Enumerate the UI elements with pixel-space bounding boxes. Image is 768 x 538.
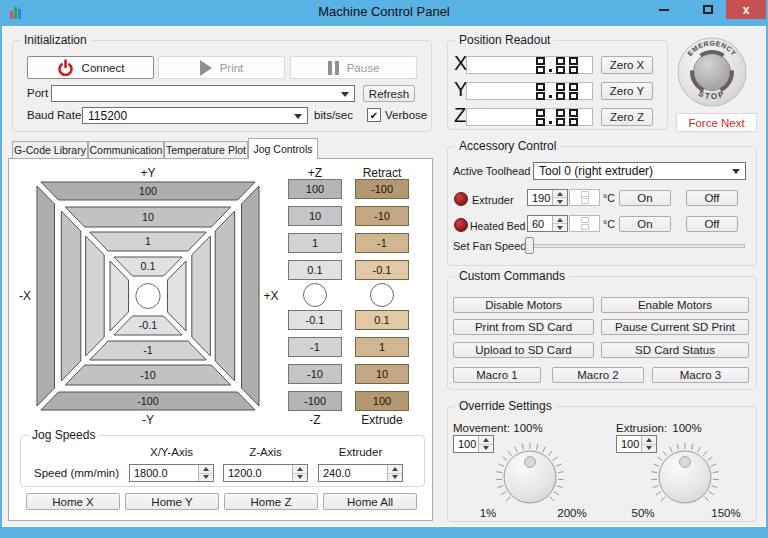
knob-tick: [548, 451, 552, 456]
tab-communication[interactable]: Communication: [88, 141, 164, 158]
print-button[interactable]: Print: [158, 56, 285, 79]
spinner-buttons[interactable]: [552, 190, 567, 205]
heated-bed-off-button[interactable]: Off: [686, 216, 738, 232]
jog-x-neg10[interactable]: [61, 211, 80, 381]
refresh-button[interactable]: Refresh: [363, 85, 415, 102]
fan-speed-slider-track[interactable]: [524, 244, 745, 248]
jog-z-01[interactable]: 0.1: [288, 260, 342, 280]
connect-button[interactable]: Connect: [27, 56, 154, 79]
zero-x-button[interactable]: Zero X: [601, 56, 653, 74]
spinner-down-button[interactable]: [553, 198, 567, 205]
heated-bed-on-button[interactable]: On: [619, 216, 671, 232]
zero-z-button[interactable]: Zero Z: [601, 108, 653, 126]
tab-gcode-library[interactable]: G-Code Library: [12, 141, 88, 158]
minimize-button[interactable]: [648, 0, 680, 19]
disable-motors-button[interactable]: Disable Motors: [453, 297, 594, 313]
jog-z-center[interactable]: [303, 283, 327, 307]
extruder-temp-spinbox[interactable]: 190: [527, 189, 568, 206]
jog-e-center[interactable]: [370, 283, 394, 307]
home-x-button[interactable]: Home X: [26, 493, 120, 510]
print-from-sd-button[interactable]: Print from SD Card: [453, 319, 594, 335]
close-button[interactable]: x: [726, 0, 766, 19]
movement-knob[interactable]: [485, 437, 575, 517]
jog-z-100[interactable]: 100: [288, 179, 342, 199]
baud-rate-combobox[interactable]: 115200: [82, 107, 308, 124]
extrusion-knob[interactable]: [640, 437, 730, 517]
macro-1-button[interactable]: Macro 1: [453, 367, 541, 383]
jog-e-neg1[interactable]: -1: [355, 233, 409, 253]
fan-speed-slider-handle[interactable]: [525, 237, 534, 254]
knob-tick: [556, 464, 562, 466]
knob-tick: [537, 444, 538, 450]
home-all-button[interactable]: Home All: [323, 493, 417, 510]
jog-x-1[interactable]: [192, 236, 211, 356]
jog-x-neg100[interactable]: [37, 186, 55, 406]
knob-tick: [705, 497, 709, 501]
jog-e-10[interactable]: 10: [355, 364, 409, 384]
home-y-button[interactable]: Home Y: [125, 493, 219, 510]
spinner-down-button[interactable]: [293, 474, 307, 482]
spinner-buttons[interactable]: [552, 216, 567, 231]
spinner-buttons[interactable]: [387, 465, 402, 481]
home-z-button[interactable]: Home Z: [224, 493, 318, 510]
spinner-buttons[interactable]: [198, 465, 213, 481]
jog-label: 1: [145, 235, 151, 247]
macro-3-button[interactable]: Macro 3: [652, 367, 749, 383]
maximize-button[interactable]: [692, 0, 724, 19]
jog-z-neg01[interactable]: -0.1: [288, 310, 342, 330]
tab-jog-controls[interactable]: Jog Controls: [248, 138, 318, 159]
force-next-button[interactable]: Force Next: [676, 113, 757, 132]
active-toolhead-combobox[interactable]: Tool 0 (right extruder): [533, 162, 746, 180]
spinner-down-button[interactable]: [388, 474, 402, 482]
spinner-up-button[interactable]: [199, 465, 213, 474]
knob-tick: [656, 492, 661, 495]
pause-sd-print-button[interactable]: Pause Current SD Print: [601, 319, 749, 335]
knob-tick: [653, 486, 659, 488]
extruder-speed-spinbox[interactable]: 240.0: [318, 464, 403, 482]
macro-2-button[interactable]: Macro 2: [552, 367, 644, 383]
extruder-on-button[interactable]: On: [619, 190, 671, 206]
jog-label: -0.1: [139, 319, 157, 331]
jog-e-1[interactable]: 1: [355, 337, 409, 357]
jog-e-100[interactable]: 100: [355, 391, 409, 411]
spinner-up-button[interactable]: [553, 190, 567, 198]
spinner-up-button[interactable]: [553, 216, 567, 224]
enable-motors-button[interactable]: Enable Motors: [601, 297, 749, 313]
spinner-up-button[interactable]: [293, 465, 307, 474]
spinner-buttons[interactable]: [292, 465, 307, 481]
jog-x-01[interactable]: [167, 261, 186, 331]
upload-to-sd-button[interactable]: Upload to SD Card: [453, 342, 594, 358]
jog-e-neg01[interactable]: -0.1: [355, 260, 409, 280]
spinner-down-button[interactable]: [199, 474, 213, 482]
jog-e-01[interactable]: 0.1: [355, 310, 409, 330]
spinner-up-button[interactable]: [388, 465, 402, 474]
jog-x-100[interactable]: [241, 186, 259, 406]
tab-temperature-plot[interactable]: Temperature Plot: [164, 141, 248, 158]
jog-z-neg1[interactable]: -1: [288, 337, 342, 357]
extruder-label: Extruder: [472, 194, 514, 206]
jog-z-neg10[interactable]: -10: [288, 364, 342, 384]
verbose-checkbox[interactable]: ✔: [367, 108, 381, 122]
jog-e-neg10[interactable]: -10: [355, 206, 409, 226]
emergency-stop-button[interactable]: EMERGENCY STOP: [676, 36, 748, 108]
extruder-off-button[interactable]: Off: [686, 190, 738, 206]
sd-card-status-button[interactable]: SD Card Status: [601, 342, 749, 358]
jog-x-neg1[interactable]: [86, 236, 105, 356]
heated-bed-temp-spinbox[interactable]: 60: [527, 215, 568, 232]
zero-y-button[interactable]: Zero Y: [601, 82, 653, 100]
jog-xy-center[interactable]: [136, 284, 160, 309]
spinner-down-button[interactable]: [553, 224, 567, 231]
jog-z-1[interactable]: 1: [288, 233, 342, 253]
jog-x-10[interactable]: [215, 211, 234, 381]
z-axis-label: Z: [454, 104, 466, 127]
checkmark-icon: ✔: [370, 110, 378, 121]
pause-button[interactable]: Pause: [290, 56, 417, 79]
z-speed-spinbox[interactable]: 1200.0: [223, 464, 308, 482]
jog-z-10[interactable]: 10: [288, 206, 342, 226]
port-combobox[interactable]: [51, 85, 355, 102]
jog-e-neg100[interactable]: -100: [355, 179, 409, 199]
xy-speed-spinbox[interactable]: 1800.0: [129, 464, 214, 482]
jog-z-neg100[interactable]: -100: [288, 391, 342, 411]
jog-x-neg01[interactable]: [110, 261, 129, 331]
heated-bed-unit-label: °C: [603, 218, 615, 230]
